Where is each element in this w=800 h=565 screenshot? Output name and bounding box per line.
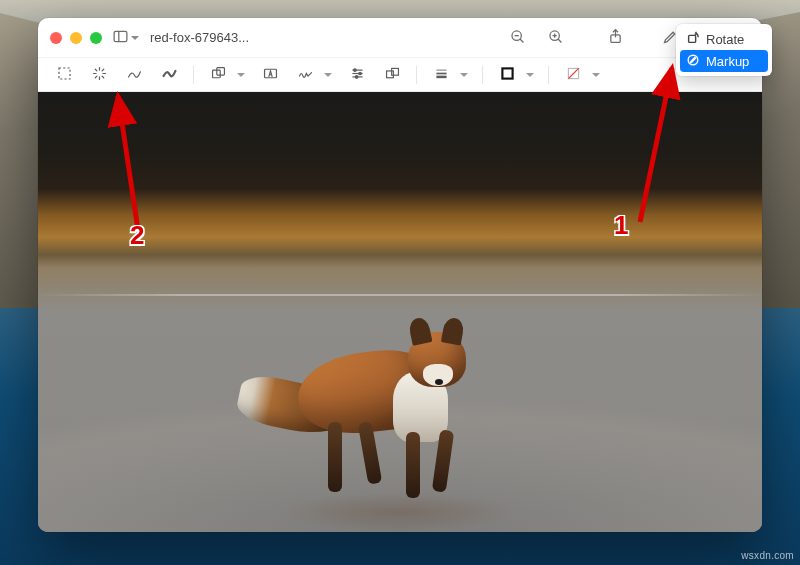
shapes-icon — [210, 65, 227, 85]
svg-rect-30 — [391, 68, 398, 75]
selection-tool-button[interactable] — [48, 63, 80, 87]
draw-tool-button[interactable] — [153, 63, 185, 87]
instant-alpha-tool-button[interactable] — [83, 63, 115, 87]
svg-rect-11 — [58, 67, 69, 78]
zoom-in-button[interactable] — [540, 25, 570, 51]
line-style-icon — [433, 65, 450, 85]
line-style-dropdown[interactable] — [460, 67, 474, 82]
share-icon — [607, 28, 624, 48]
svg-line-36 — [568, 68, 578, 78]
svg-line-18 — [102, 69, 104, 71]
border-color-button[interactable] — [491, 63, 523, 87]
share-button[interactable] — [600, 25, 630, 51]
close-window-button[interactable] — [50, 32, 62, 44]
text-tool-button[interactable] — [254, 63, 286, 87]
markup-icon — [686, 53, 700, 70]
zoom-window-button[interactable] — [90, 32, 102, 44]
svg-rect-29 — [386, 70, 393, 77]
sidebar-toggle-button[interactable] — [110, 25, 140, 51]
line-style-button[interactable] — [425, 63, 457, 87]
annotation-number-1: 1 — [614, 210, 628, 241]
svg-point-27 — [358, 72, 361, 75]
sign-dropdown[interactable] — [324, 67, 338, 82]
zoom-in-icon — [547, 28, 564, 48]
svg-rect-34 — [502, 68, 512, 78]
border-color-dropdown[interactable] — [526, 67, 540, 82]
svg-line-17 — [102, 76, 104, 78]
annotation-number-2: 2 — [130, 220, 144, 251]
preview-window: red-fox-679643... — [38, 18, 762, 532]
border-color-icon — [499, 65, 516, 85]
svg-line-6 — [558, 39, 561, 42]
zoom-out-button[interactable] — [502, 25, 532, 51]
svg-rect-0 — [114, 31, 127, 41]
menu-item-rotate[interactable]: Rotate — [680, 28, 768, 50]
adjust-color-icon — [349, 65, 366, 85]
window-controls — [50, 32, 102, 44]
titlebar: red-fox-679643... — [38, 18, 762, 58]
minimize-window-button[interactable] — [70, 32, 82, 44]
draw-icon — [161, 65, 178, 85]
sign-tool-button[interactable] — [289, 63, 321, 87]
sketch-tool-button[interactable] — [118, 63, 150, 87]
adjust-size-icon — [384, 65, 401, 85]
adjust-color-tool-button[interactable] — [341, 63, 373, 87]
shapes-tool-button[interactable] — [202, 63, 234, 87]
menu-item-label: Markup — [706, 54, 749, 69]
svg-point-28 — [355, 75, 358, 78]
zoom-out-icon — [509, 28, 526, 48]
instant-alpha-icon — [91, 65, 108, 85]
rotate-icon — [686, 31, 700, 48]
adjust-size-tool-button[interactable] — [376, 63, 408, 87]
fox-subject — [258, 282, 518, 502]
svg-line-19 — [95, 76, 97, 78]
svg-line-16 — [95, 69, 97, 71]
svg-line-3 — [520, 39, 523, 42]
fill-color-button[interactable] — [557, 63, 589, 87]
document-title: red-fox-679643... — [150, 30, 249, 45]
image-canvas[interactable] — [38, 92, 762, 532]
shapes-dropdown[interactable] — [237, 67, 251, 82]
svg-point-26 — [353, 68, 356, 71]
svg-rect-37 — [689, 35, 696, 42]
text-icon — [262, 65, 279, 85]
markup-toolbar — [38, 58, 762, 92]
fill-color-icon — [565, 65, 582, 85]
watermark: wsxdn.com — [741, 550, 794, 561]
menu-item-markup[interactable]: Markup — [680, 50, 768, 72]
sidebar-icon — [112, 28, 129, 48]
sketch-icon — [126, 65, 143, 85]
photo-content — [38, 92, 762, 532]
sign-icon — [297, 65, 314, 85]
fill-color-dropdown[interactable] — [592, 67, 606, 82]
selection-icon — [56, 65, 73, 85]
menu-item-label: Rotate — [706, 32, 744, 47]
overflow-menu: Rotate Markup — [676, 24, 772, 76]
